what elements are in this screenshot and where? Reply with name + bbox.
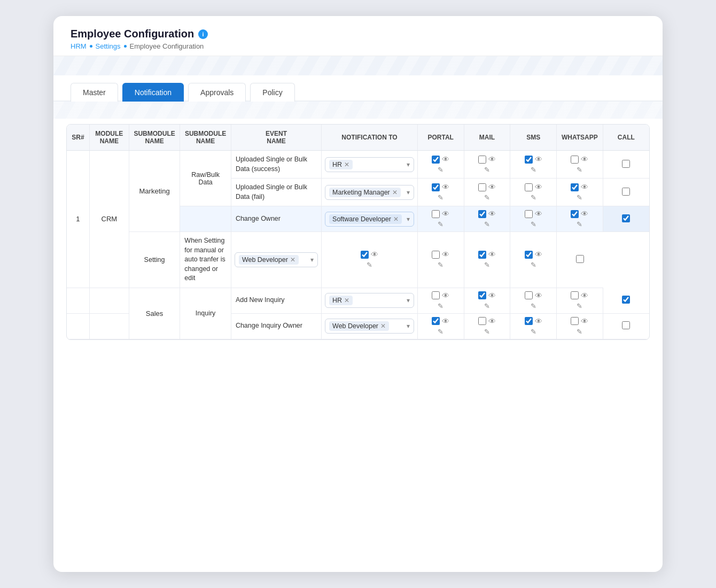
tag-close-hr[interactable]: ✕ [344, 161, 349, 168]
portal-eye-6[interactable]: 👁 [442, 317, 449, 326]
call-check-4[interactable] [576, 255, 584, 263]
whatsapp-check-5[interactable] [571, 291, 579, 299]
sms-check-6[interactable] [525, 317, 533, 325]
whatsapp-eye-5[interactable]: 👁 [581, 291, 588, 300]
sms-check-4[interactable] [478, 251, 486, 259]
portal-check-2[interactable] [432, 183, 440, 191]
tag-close-sd[interactable]: ✕ [393, 216, 399, 222]
whatsapp-edit-2[interactable]: ✎ [577, 194, 582, 202]
sms-eye-2[interactable]: 👁 [535, 183, 542, 191]
whatsapp-eye-3[interactable]: 👁 [581, 210, 588, 218]
mail-eye-4[interactable]: 👁 [442, 250, 449, 259]
mail-edit-5[interactable]: ✎ [484, 302, 490, 310]
sms-eye-6[interactable]: 👁 [535, 317, 542, 326]
tag-input-sd[interactable]: Software Developer ✕ ▾ [325, 212, 414, 227]
portal-eye-2[interactable]: 👁 [442, 183, 449, 191]
tag-close-mm[interactable]: ✕ [392, 189, 398, 196]
mail-eye-6[interactable]: 👁 [488, 317, 496, 326]
call-check-3[interactable] [622, 214, 630, 222]
tag-input-wd6[interactable]: Web Developer ✕ ▾ [325, 319, 414, 334]
dropdown-arrow-wd1[interactable]: ▾ [310, 256, 314, 264]
tab-notification[interactable]: Notification [122, 83, 184, 102]
whatsapp-eye-4[interactable]: 👁 [535, 250, 542, 259]
sms-check-5[interactable] [525, 291, 533, 299]
whatsapp-edit-6[interactable]: ✎ [577, 328, 582, 336]
whatsapp-edit-5[interactable]: ✎ [577, 302, 582, 310]
mail-check-1[interactable] [478, 156, 486, 164]
whatsapp-check-2[interactable] [571, 183, 579, 191]
sms-check-1[interactable] [525, 156, 533, 164]
sms-edit-3[interactable]: ✎ [531, 220, 536, 228]
sms-edit-2[interactable]: ✎ [531, 194, 536, 202]
sms-edit-4[interactable]: ✎ [484, 261, 490, 269]
sms-eye-3[interactable]: 👁 [535, 210, 542, 218]
tab-approvals[interactable]: Approvals [188, 83, 246, 102]
whatsapp-eye-1[interactable]: 👁 [581, 155, 588, 164]
call-check-1[interactable] [622, 160, 630, 168]
sms-eye-4[interactable]: 👁 [488, 250, 496, 259]
mail-check-2[interactable] [478, 183, 486, 191]
portal-check-3[interactable] [432, 210, 440, 218]
tag-close-hr5[interactable]: ✕ [344, 297, 349, 304]
portal-edit-1[interactable]: ✎ [438, 166, 443, 174]
tag-input-mm[interactable]: Marketing Manager ✕ ▾ [325, 185, 414, 200]
whatsapp-check-6[interactable] [571, 317, 579, 325]
portal-check-1[interactable] [432, 156, 440, 164]
mail-eye-2[interactable]: 👁 [488, 183, 496, 191]
mail-edit-4[interactable]: ✎ [438, 261, 443, 269]
portal-eye-5[interactable]: 👁 [442, 291, 449, 300]
whatsapp-eye-6[interactable]: 👁 [581, 317, 588, 326]
mail-eye-1[interactable]: 👁 [488, 155, 496, 164]
whatsapp-edit-3[interactable]: ✎ [577, 220, 582, 228]
whatsapp-edit-1[interactable]: ✎ [577, 166, 582, 174]
whatsapp-edit-4[interactable]: ✎ [531, 261, 536, 269]
portal-eye-1[interactable]: 👁 [442, 155, 449, 164]
whatsapp-check-3[interactable] [571, 210, 579, 218]
sms-check-2[interactable] [525, 183, 533, 191]
portal-edit-2[interactable]: ✎ [438, 194, 443, 202]
portal-edit-3[interactable]: ✎ [438, 220, 443, 228]
dropdown-arrow-wd6[interactable]: ▾ [407, 322, 410, 330]
portal-edit-4[interactable]: ✎ [367, 261, 372, 269]
mail-edit-2[interactable]: ✎ [484, 194, 490, 202]
info-icon[interactable]: i [198, 29, 208, 39]
tag-input-hr5[interactable]: HR ✕ ▾ [325, 293, 414, 308]
mail-eye-5[interactable]: 👁 [488, 291, 496, 300]
dropdown-arrow-hr[interactable]: ▾ [407, 161, 410, 168]
dropdown-arrow-hr5[interactable]: ▾ [407, 297, 410, 304]
whatsapp-eye-2[interactable]: 👁 [581, 183, 588, 191]
call-check-2[interactable] [622, 188, 630, 196]
mail-edit-3[interactable]: ✎ [484, 220, 490, 228]
sms-eye-5[interactable]: 👁 [535, 291, 542, 300]
mail-check-6[interactable] [478, 317, 486, 325]
portal-eye-3[interactable]: 👁 [442, 210, 449, 218]
tab-policy[interactable]: Policy [250, 83, 294, 102]
portal-check-4[interactable] [361, 251, 369, 259]
call-check-5[interactable] [622, 296, 630, 304]
tag-close-wd1[interactable]: ✕ [290, 257, 295, 263]
sms-eye-1[interactable]: 👁 [535, 155, 542, 164]
tag-input-hr[interactable]: HR ✕ ▾ [325, 157, 414, 172]
mail-edit-6[interactable]: ✎ [484, 328, 490, 336]
mail-check-4[interactable] [432, 251, 440, 259]
sms-edit-1[interactable]: ✎ [531, 166, 536, 174]
portal-check-6[interactable] [432, 317, 440, 325]
mail-eye-3[interactable]: 👁 [488, 210, 496, 218]
whatsapp-check-1[interactable] [571, 156, 579, 164]
breadcrumb-settings[interactable]: Settings [96, 42, 121, 50]
dropdown-arrow-mm[interactable]: ▾ [407, 189, 410, 196]
whatsapp-check-4[interactable] [525, 251, 533, 259]
tag-close-wd6[interactable]: ✕ [380, 323, 386, 329]
sms-edit-5[interactable]: ✎ [531, 302, 536, 310]
dropdown-arrow-sd[interactable]: ▾ [407, 215, 410, 223]
tab-master[interactable]: Master [71, 83, 118, 102]
sms-check-3[interactable] [525, 210, 533, 218]
call-check-6[interactable] [622, 321, 630, 329]
portal-edit-6[interactable]: ✎ [438, 328, 443, 336]
breadcrumb-hrm[interactable]: HRM [71, 42, 87, 50]
tag-input-wd1[interactable]: Web Developer ✕ ▾ [235, 252, 318, 267]
mail-edit-1[interactable]: ✎ [484, 166, 490, 174]
portal-edit-5[interactable]: ✎ [438, 302, 443, 310]
mail-check-5[interactable] [478, 291, 486, 299]
sms-edit-6[interactable]: ✎ [531, 328, 536, 336]
